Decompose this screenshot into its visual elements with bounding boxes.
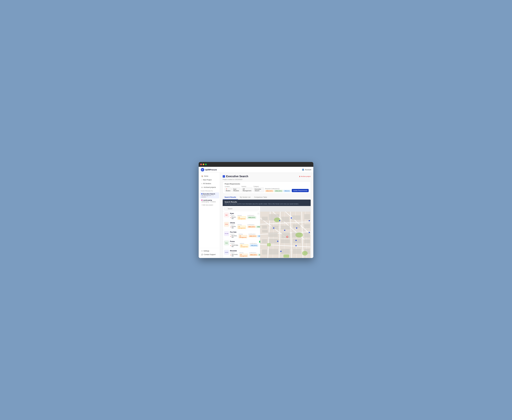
svg-rect-20 <box>262 230 268 232</box>
svg-rect-47 <box>284 255 289 258</box>
svg-rect-24 <box>282 217 289 222</box>
sidebar-item-home[interactable]: 🏠 Home <box>199 174 219 178</box>
cert-tag-mbe: MBE(SDO) <box>265 190 274 192</box>
svg-rect-35 <box>281 239 290 243</box>
account-icon: 👤 <box>302 168 304 171</box>
cert-wbe-kyan: WBE(SDO) <box>247 216 256 219</box>
sidebar-item-new-project[interactable]: + New Project <box>199 178 219 182</box>
vendor-name-fossa: Fossa <box>230 240 258 242</box>
your-projects-label: Your projects <box>199 189 220 192</box>
svg-rect-36 <box>293 239 301 243</box>
update-requirements-button[interactable]: Update Requirements <box>292 189 309 192</box>
vendor-location-fossa: Location 📍Cambridge, MA <box>230 243 239 248</box>
industry-value: HR Management <box>241 188 252 192</box>
location-area-value: East Meadow <box>233 188 239 191</box>
project-header: Executive Search 🗑 Archive project <box>223 175 311 178</box>
svg-point-43 <box>274 218 280 222</box>
close-dot[interactable] <box>200 164 202 165</box>
vendor-location-utosia: Location 📍Boston, MA <box>230 224 236 229</box>
svg-point-54 <box>309 232 310 233</box>
vendor-logo-nirastate: nirastate <box>224 250 229 255</box>
app-chrome: ▶ UpliftProcure 👤 Account <box>199 167 313 173</box>
add-vendor-kyan-button[interactable]: + <box>257 212 260 215</box>
app-body: 🏠 Home + New Project ≡ All Vendors 🗑 Arc… <box>199 173 313 258</box>
svg-rect-30 <box>304 214 310 219</box>
sidebar-support-label: Contact Support <box>204 254 216 255</box>
minimize-dot[interactable] <box>203 164 204 165</box>
vendor-info-utosia: Utosia Location 📍Boston, MA Industry HR … <box>230 222 265 229</box>
vendor-name-kyan: Kyan <box>230 212 256 214</box>
archive-project-link[interactable]: 🗑 Archive project <box>299 176 311 177</box>
location-values: 📍 Boston East Meadow <box>225 188 241 192</box>
archive-label: Archive project <box>301 176 311 177</box>
svg-rect-34 <box>269 239 279 243</box>
project-dot-pink <box>201 200 202 201</box>
sidebar-item-all-vendors[interactable]: ≡ All Vendors <box>199 182 219 185</box>
project-item-landscaping[interactable]: Landscaping Landscaping · 3 vendors <box>199 199 219 203</box>
project-date: Project created on 10/23/2023 <box>223 179 311 180</box>
requirements-label: Project Requirements: <box>225 183 309 185</box>
industry-field: Industry HR Management <box>241 186 252 192</box>
cert-mbe-fox-hub: MBE(SDO) <box>248 235 257 237</box>
cert-vbe-fossa: VBE(SDO) <box>250 244 258 247</box>
svg-rect-19 <box>262 225 267 229</box>
sidebar-item-home-label: Home <box>204 175 208 177</box>
tab-comparison-table[interactable]: Comparison Table <box>252 195 269 199</box>
logo-icon: ▶ <box>201 168 204 172</box>
vendor-list: 🔍 kyan Kyan <box>223 206 260 258</box>
tab-my-vendor-list[interactable]: My Vendor List <box>238 195 252 199</box>
svg-rect-33 <box>262 239 267 243</box>
location-label: Location <box>225 186 241 187</box>
map-area <box>260 206 310 258</box>
location-city: 📍 Boston <box>225 188 232 192</box>
sidebar-settings-label: Settings <box>203 250 209 252</box>
tab-search-results[interactable]: Search Results <box>223 195 238 199</box>
account-label: Account <box>305 169 311 171</box>
project-dot-blue <box>201 193 202 195</box>
search-input[interactable] <box>224 207 259 210</box>
search-results-subtitle: Click on any search result for more info… <box>225 203 309 205</box>
vendor-industry-kyan: Industry HR Management <box>237 215 246 220</box>
vendor-item-utosia[interactable]: UTOSIA Utosia Location 📍Boston, MA <box>223 221 260 230</box>
add-project-button[interactable]: + Add new project <box>199 203 219 206</box>
expand-dot[interactable] <box>205 164 207 165</box>
certifications-field: Required Certification(s) MBE(SDO) WBE(S… <box>265 188 291 192</box>
project-item-executive-search[interactable]: Executive Search HR Management · 3 vendo… <box>199 192 219 198</box>
cert-mbe-nirastate: MBE(SDO) <box>249 254 258 256</box>
svg-point-57 <box>280 251 281 252</box>
sidebar-item-archived-projects[interactable]: 🗑 Archived projects <box>199 186 219 189</box>
vendor-logo-fox-hub: FOX HUB <box>224 231 229 236</box>
vendor-industry-nirastate: Industry HR Management <box>239 252 248 257</box>
svg-point-46 <box>302 251 308 255</box>
svg-point-49 <box>291 217 292 218</box>
certifications-label: Required Certification(s) <box>265 188 291 189</box>
archive-icon-red: 🗑 <box>299 176 301 177</box>
vendor-item-kyan[interactable]: kyan Kyan Location 📍Boston, MA <box>223 211 260 221</box>
vendor-item-fossa[interactable]: fossa Fossa Location 📍Cambridge, MA <box>223 240 260 249</box>
vendor-industry-tag-nirastate: HR Management <box>239 254 248 257</box>
vendor-item-fox-hub[interactable]: FOX HUB Fox Hub Location 📍Brockton, MA <box>223 230 260 240</box>
vendor-industry-fossa: Industry HR Management <box>240 243 248 248</box>
certification-tags: MBE(SDO) WBE(SDO) VBE(SC) <box>265 190 291 192</box>
vendor-industry-tag-fox-hub: HR Management <box>239 235 247 238</box>
logo-area: ▶ UpliftProcure <box>201 168 217 172</box>
svg-point-58 <box>295 245 297 246</box>
sidebar-item-settings[interactable]: ⚙ Settings <box>199 249 219 253</box>
search-results-title: Search Results <box>225 201 309 203</box>
project-color-indicator <box>223 175 225 178</box>
app-name: UpliftProcure <box>205 169 217 171</box>
svg-point-56 <box>295 240 297 241</box>
account-button[interactable]: 👤 Account <box>302 168 311 171</box>
settings-icon: ⚙ <box>201 250 203 252</box>
svg-rect-26 <box>282 232 290 238</box>
location-field: Location 📍 Boston East Meadow <box>225 186 241 192</box>
sidebar-item-contact-support[interactable]: 💬 Contact Support <box>199 253 219 256</box>
vendor-location-fox-hub: Location 📍Brockton, MA <box>230 233 237 238</box>
vendor-location-kyan: Location 📍Boston, MA <box>230 215 236 220</box>
sidebar-item-all-vendors-label: All Vendors <box>203 183 211 185</box>
vendor-item-nirastate[interactable]: nirastate Nirastate Location 📍Worcester,… <box>223 249 260 258</box>
vendor-info-fossa: Fossa Location 📍Cambridge, MA Industry H… <box>230 240 258 248</box>
svg-rect-32 <box>304 232 310 238</box>
vendor-industry-tag-utosia: HR Management <box>237 226 246 229</box>
project-title-row: Executive Search <box>223 175 248 178</box>
